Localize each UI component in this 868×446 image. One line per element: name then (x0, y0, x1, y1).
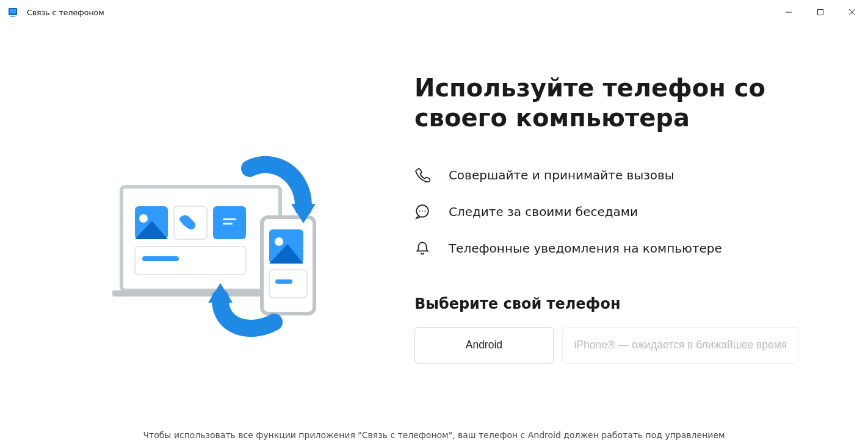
phone-icon (414, 167, 430, 183)
svg-rect-2 (10, 16, 15, 16)
phone-laptop-illustration (109, 144, 329, 339)
chat-icon (414, 204, 430, 220)
android-button[interactable]: Android (414, 327, 554, 364)
content-area: Используйте телефон со своего компьютера… (0, 24, 868, 422)
feature-calls-text: Совершайте и принимайте вызовы (449, 168, 675, 182)
footer-text: Чтобы использовать все функции приложени… (0, 430, 868, 440)
page-heading: Используйте телефон со своего компьютера (414, 73, 805, 133)
text-column: Используйте телефон со своего компьютера… (402, 61, 831, 422)
illustration-column (37, 61, 402, 422)
feature-calls: Совершайте и принимайте вызовы (414, 167, 831, 183)
feature-list: Совершайте и принимайте вызовы Следите з… (414, 167, 831, 256)
svg-rect-28 (275, 279, 292, 284)
svg-point-34 (424, 210, 425, 212)
titlebar: Связь с телефоном (0, 0, 868, 24)
svg-point-10 (139, 214, 148, 223)
svg-rect-4 (818, 10, 823, 15)
svg-point-25 (275, 237, 283, 246)
titlebar-left: Связь с телефоном (7, 7, 104, 18)
svg-point-18 (220, 213, 239, 231)
svg-rect-1 (10, 9, 16, 13)
iphone-button: iPhone® — ожидается в ближайшее время (562, 327, 799, 364)
bell-icon (414, 240, 430, 256)
feature-notifications-text: Телефонные уведомления на компьютере (449, 241, 722, 256)
feature-messages-text: Следите за своими беседами (449, 204, 638, 219)
svg-point-32 (419, 210, 421, 212)
window-controls (773, 0, 868, 24)
choose-phone-label: Выберите свой телефон (414, 295, 831, 312)
svg-rect-19 (223, 218, 236, 220)
svg-rect-20 (223, 223, 233, 225)
close-button[interactable] (836, 0, 868, 24)
svg-rect-22 (142, 256, 179, 261)
app-icon (7, 7, 18, 18)
feature-notifications: Телефонные уведомления на компьютере (414, 240, 831, 256)
feature-messages: Следите за своими беседами (414, 204, 831, 220)
minimize-button[interactable] (773, 0, 805, 24)
svg-point-33 (422, 210, 423, 212)
maximize-button[interactable] (805, 0, 836, 24)
window-title: Связь с телефоном (27, 8, 104, 17)
phone-choice-row: Android iPhone® — ожидается в ближайшее … (414, 327, 831, 364)
